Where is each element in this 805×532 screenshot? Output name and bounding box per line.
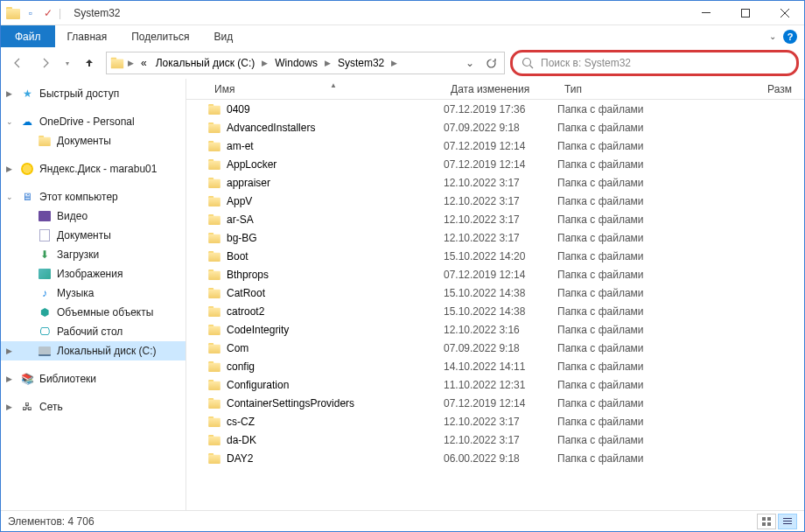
- file-date: 07.12.2019 12:14: [444, 269, 557, 281]
- nav-local-disk-c[interactable]: ▶Локальный диск (C:): [1, 341, 186, 360]
- minimize-button[interactable]: [686, 1, 725, 25]
- status-count-label: Элементов:: [8, 515, 65, 528]
- file-name: ContainerSettingsProviders: [227, 397, 354, 410]
- file-date: 07.12.2019 12:14: [444, 140, 557, 152]
- breadcrumb-prefix[interactable]: «: [137, 52, 150, 74]
- nav-quick-access[interactable]: ▶★Быстрый доступ: [1, 84, 186, 103]
- file-date: 12.10.2022 3:17: [444, 214, 557, 226]
- nav-documents[interactable]: Документы: [1, 226, 186, 245]
- nav-this-pc[interactable]: ⌄🖥Этот компьютер: [1, 187, 186, 206]
- ribbon-file-tab[interactable]: Файл: [1, 25, 55, 47]
- qat-props-icon[interactable]: ▫: [24, 6, 38, 20]
- column-header-size[interactable]: Разм: [715, 83, 804, 95]
- file-name: cs-CZ: [227, 416, 255, 428]
- breadcrumb-windows[interactable]: Windows: [271, 52, 321, 74]
- file-row[interactable]: ar-SA12.10.2022 3:17Папка с файлами: [186, 210, 804, 228]
- file-row[interactable]: bg-BG12.10.2022 3:17Папка с файлами: [186, 228, 804, 247]
- file-name: CodeIntegrity: [227, 324, 289, 336]
- forward-button[interactable]: [34, 52, 57, 74]
- ribbon-expand-icon[interactable]: ⌄: [769, 32, 776, 41]
- file-row[interactable]: CodeIntegrity12.10.2022 3:16Папка с файл…: [186, 320, 804, 339]
- file-row[interactable]: Boot15.10.2022 14:20Папка с файлами: [186, 247, 804, 265]
- nav-onedrive[interactable]: ⌄☁OneDrive - Personal: [1, 112, 186, 131]
- status-bar: Элементов: 4 706: [1, 510, 804, 531]
- help-icon[interactable]: ?: [783, 30, 797, 44]
- up-button[interactable]: [78, 52, 101, 74]
- column-header-type[interactable]: Тип: [557, 83, 715, 95]
- nav-yandex-disk[interactable]: ▶Яндекс.Диск - marabu01: [1, 159, 186, 178]
- ribbon-tab-home[interactable]: Главная: [55, 25, 120, 47]
- view-details-button[interactable]: [778, 514, 797, 529]
- file-row[interactable]: da-DK12.10.2022 3:17Папка с файлами: [186, 430, 804, 449]
- nav-network[interactable]: ▶🖧Сеть: [1, 397, 186, 416]
- recent-dropdown[interactable]: ▾: [62, 52, 73, 74]
- folder-icon: [208, 122, 220, 133]
- app-icon: [6, 7, 20, 19]
- nav-pictures[interactable]: Изображения: [1, 264, 186, 284]
- breadcrumb-system32[interactable]: System32: [334, 52, 388, 74]
- chevron-right-icon[interactable]: ▶: [260, 59, 270, 67]
- file-row[interactable]: appraiser12.10.2022 3:17Папка с файлами: [186, 173, 804, 192]
- svg-rect-7: [783, 518, 792, 519]
- nav-desktop[interactable]: 🖵Рабочий стол: [1, 322, 186, 341]
- file-date: 06.00.2022 9:18: [444, 452, 557, 465]
- ribbon-tab-share[interactable]: Поделиться: [119, 25, 201, 47]
- search-box[interactable]: [510, 50, 799, 76]
- file-date: 07.12.2019 12:14: [444, 397, 557, 410]
- file-row[interactable]: AdvancedInstallers07.09.2022 9:18Папка с…: [186, 118, 804, 136]
- column-header-date[interactable]: Дата изменения: [444, 83, 557, 95]
- file-row[interactable]: cs-CZ12.10.2022 3:17Папка с файлами: [186, 412, 804, 430]
- chevron-right-icon[interactable]: ▶: [323, 59, 332, 67]
- chevron-right-icon[interactable]: ▶: [126, 59, 136, 67]
- maximize-button[interactable]: [725, 1, 765, 25]
- breadcrumb-cdrive[interactable]: Локальный диск (C:): [152, 52, 259, 74]
- file-row[interactable]: config14.10.2022 14:11Папка с файлами: [186, 357, 804, 375]
- folder-icon: [208, 251, 220, 262]
- file-row[interactable]: 040907.12.2019 17:36Папка с файлами: [186, 100, 804, 118]
- address-bar[interactable]: ▶ « Локальный диск (C:) ▶ Windows ▶ Syst…: [106, 52, 505, 74]
- file-type: Папка с файлами: [557, 195, 715, 207]
- file-row[interactable]: catroot215.10.2022 14:38Папка с файлами: [186, 302, 804, 320]
- file-row[interactable]: CatRoot15.10.2022 14:38Папка с файлами: [186, 284, 804, 302]
- file-name: DAY2: [227, 452, 253, 465]
- nav-3d-objects[interactable]: ⬢Объемные объекты: [1, 303, 186, 322]
- nav-downloads[interactable]: ⬇Загрузки: [1, 245, 186, 264]
- file-name: Com: [227, 342, 248, 354]
- view-thumbnails-button[interactable]: [757, 514, 776, 529]
- search-input[interactable]: [541, 57, 788, 69]
- file-row[interactable]: Com07.09.2022 9:18Папка с файлами: [186, 339, 804, 357]
- column-header-name[interactable]: Имя▲: [207, 83, 444, 95]
- refresh-button[interactable]: [481, 52, 500, 74]
- nav-music[interactable]: ♪Музыка: [1, 284, 186, 303]
- svg-point-2: [523, 59, 531, 66]
- file-date: 12.10.2022 3:16: [444, 324, 557, 336]
- address-dropdown[interactable]: ⌄: [460, 52, 480, 74]
- folder-icon: [208, 325, 220, 335]
- file-type: Папка с файлами: [557, 177, 715, 189]
- qat-check-icon[interactable]: ✓: [41, 6, 55, 20]
- title-bar: ▫ ✓ | System32: [1, 1, 804, 25]
- nav-video[interactable]: Видео: [1, 206, 186, 226]
- nav-onedrive-docs[interactable]: Документы: [1, 131, 186, 150]
- file-date: 14.10.2022 14:11: [444, 360, 557, 373]
- folder-icon: [208, 398, 220, 409]
- back-button[interactable]: [6, 52, 29, 74]
- folder-icon: [208, 416, 220, 427]
- file-row[interactable]: AppV12.10.2022 3:17Папка с файлами: [186, 192, 804, 210]
- file-row[interactable]: ContainerSettingsProviders07.12.2019 12:…: [186, 394, 804, 412]
- file-row[interactable]: AppLocker07.12.2019 12:14Папка с файлами: [186, 155, 804, 173]
- file-row[interactable]: DAY206.00.2022 9:18Папка с файлами: [186, 449, 804, 467]
- file-name: appraiser: [227, 177, 270, 189]
- ribbon-tab-view[interactable]: Вид: [201, 25, 245, 47]
- close-button[interactable]: [765, 1, 804, 25]
- folder-icon: [208, 453, 220, 464]
- file-row[interactable]: Bthprops07.12.2019 12:14Папка с файлами: [186, 265, 804, 284]
- folder-icon: [208, 380, 220, 390]
- sort-indicator-icon: ▲: [330, 81, 337, 89]
- window-title: System32: [66, 7, 120, 19]
- chevron-right-icon[interactable]: ▶: [389, 59, 399, 67]
- svg-rect-3: [762, 517, 766, 521]
- file-row[interactable]: am-et07.12.2019 12:14Папка с файлами: [186, 136, 804, 155]
- file-row[interactable]: Configuration11.10.2022 12:31Папка с фай…: [186, 375, 804, 394]
- nav-libraries[interactable]: ▶📚Библиотеки: [1, 369, 186, 388]
